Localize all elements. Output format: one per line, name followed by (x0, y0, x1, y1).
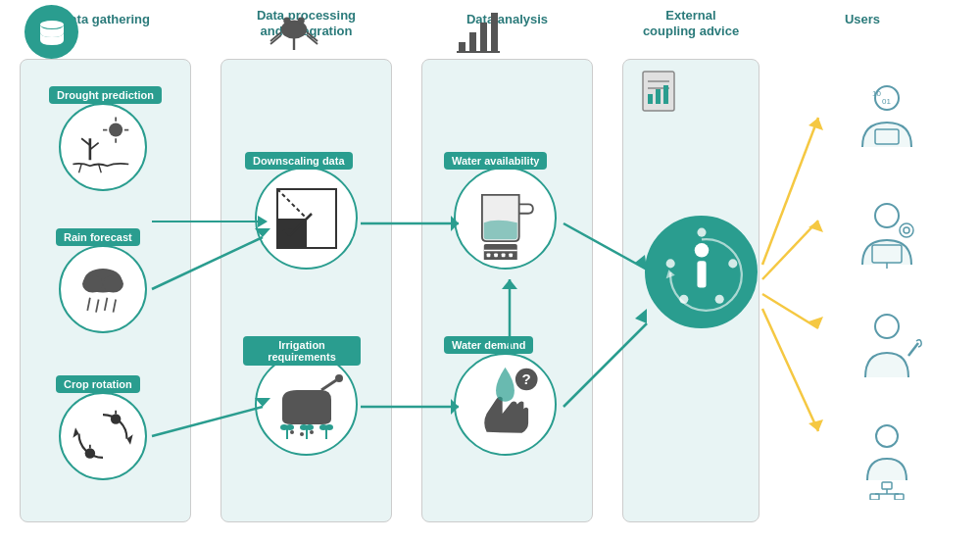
header-external: External coupling advice (622, 8, 760, 38)
drought-circle (59, 103, 147, 191)
crop-circle (59, 392, 147, 480)
svg-point-49 (290, 430, 294, 434)
svg-rect-63 (487, 253, 491, 257)
svg-point-54 (286, 424, 294, 430)
external-doc-icon (635, 64, 689, 118)
svg-line-36 (114, 300, 117, 313)
svg-rect-66 (509, 253, 513, 257)
svg-rect-113 (882, 482, 892, 489)
water-avail-label-text: Water availability (452, 155, 539, 167)
chart-icon (451, 5, 505, 59)
lizard-icon (260, 0, 328, 64)
svg-marker-94 (808, 221, 823, 232)
svg-point-0 (40, 21, 64, 28)
svg-rect-61 (484, 244, 517, 260)
svg-point-108 (900, 223, 913, 237)
water-avail-label: Water availability (444, 152, 547, 170)
downscale-label: Downscaling data (245, 152, 353, 170)
user-4 (848, 421, 926, 500)
rain-circle (59, 245, 147, 333)
header-users: Users (804, 12, 921, 26)
svg-line-91 (762, 118, 818, 265)
user-3 (848, 309, 926, 387)
irrigation-circle (255, 353, 358, 456)
user-2 (848, 196, 926, 274)
database-icon (24, 5, 78, 59)
downscale-label-text: Downscaling data (253, 155, 345, 167)
svg-point-31 (82, 275, 103, 293)
svg-point-48 (335, 374, 343, 382)
svg-point-73 (697, 227, 706, 236)
svg-point-50 (300, 432, 304, 436)
svg-point-3 (298, 17, 305, 24)
svg-point-109 (904, 227, 909, 233)
svg-line-111 (908, 343, 918, 356)
svg-point-105 (875, 204, 899, 227)
svg-marker-98 (808, 419, 823, 431)
svg-line-34 (96, 300, 99, 313)
svg-point-51 (310, 430, 314, 434)
svg-point-112 (876, 425, 898, 447)
svg-rect-11 (480, 23, 487, 52)
drought-label: Drought prediction (49, 86, 162, 104)
arrow-drought-downscale (152, 216, 268, 227)
water-demand-circle: ? (454, 353, 557, 456)
svg-rect-116 (870, 494, 879, 500)
svg-point-110 (875, 315, 899, 338)
svg-rect-17 (648, 94, 653, 104)
svg-point-71 (694, 243, 709, 258)
svg-line-29 (99, 165, 102, 173)
svg-marker-96 (808, 317, 823, 328)
svg-line-35 (105, 298, 108, 311)
svg-text:10: 10 (872, 89, 881, 98)
svg-marker-92 (808, 118, 823, 130)
user-1: 10 01 (848, 78, 926, 157)
header-external-text2: coupling advice (643, 24, 739, 38)
rain-label-text: Rain forecast (64, 231, 132, 243)
water-demand-label: Water demand (444, 336, 533, 354)
svg-rect-64 (494, 253, 498, 257)
header-users-text: Users (845, 12, 880, 26)
drought-label-text: Drought prediction (57, 89, 154, 101)
svg-point-60 (325, 424, 333, 430)
irrigation-label-text: Irrigation requirements (268, 339, 336, 363)
svg-point-32 (103, 275, 123, 293)
rain-label: Rain forecast (56, 228, 140, 246)
svg-point-41 (85, 448, 96, 459)
svg-text:01: 01 (882, 97, 891, 106)
crop-label: Crop rotation (56, 375, 140, 393)
svg-rect-72 (697, 261, 706, 287)
svg-point-57 (306, 424, 314, 430)
svg-text:?: ? (522, 370, 531, 387)
svg-line-93 (762, 221, 818, 279)
svg-rect-19 (663, 85, 668, 104)
svg-rect-117 (895, 494, 904, 500)
water-avail-circle (454, 167, 557, 270)
svg-point-20 (109, 123, 122, 137)
svg-rect-10 (469, 32, 476, 52)
svg-line-97 (762, 309, 818, 431)
svg-point-2 (283, 17, 290, 24)
svg-point-74 (728, 259, 737, 268)
crop-label-text: Crop rotation (64, 378, 132, 390)
svg-rect-65 (502, 253, 506, 257)
coupling-circle (645, 216, 758, 328)
svg-line-28 (79, 165, 82, 173)
header-data-analysis: Data analysis (421, 12, 593, 27)
diagram-container: Data gathering Data processing and integ… (0, 0, 980, 542)
water-demand-label-text: Water demand (452, 339, 525, 351)
svg-line-95 (762, 294, 818, 328)
header-external-text1: External (665, 8, 715, 23)
svg-point-77 (665, 259, 674, 268)
svg-point-39 (111, 414, 122, 424)
svg-point-75 (714, 294, 723, 303)
downscale-circle (255, 167, 358, 270)
irrigation-label: Irrigation requirements (243, 336, 361, 366)
svg-line-33 (87, 298, 90, 311)
svg-rect-18 (656, 89, 661, 104)
svg-rect-12 (491, 13, 498, 52)
svg-rect-9 (459, 42, 466, 52)
